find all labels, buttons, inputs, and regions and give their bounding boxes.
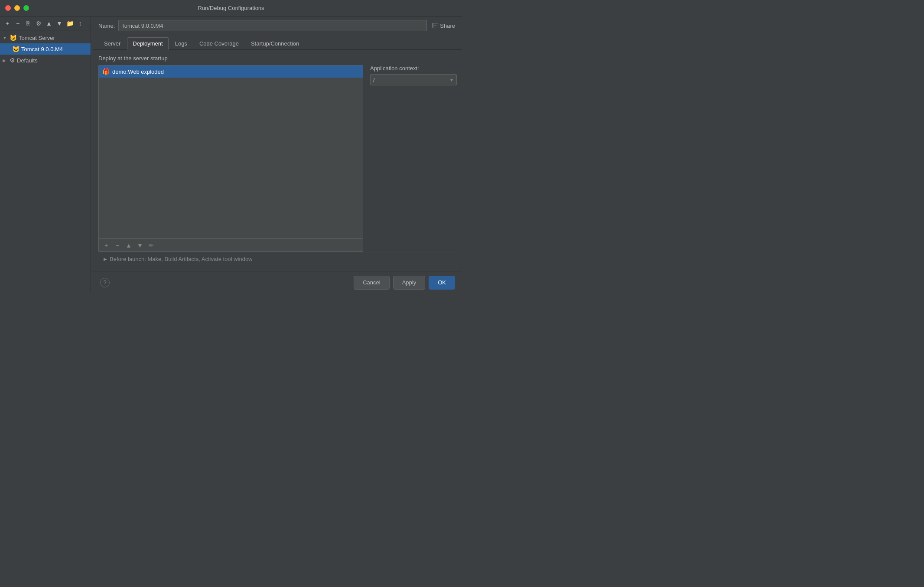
before-launch-section: ▶ Before launch: Make, Build Artifacts, … (98, 252, 457, 266)
deploy-content: 🎁 demo:Web exploded + − (98, 65, 457, 252)
window-title: Run/Debug Configurations (198, 5, 264, 11)
bottom-bar: ? Cancel Apply OK (93, 271, 462, 294)
arrow-down-icon: ▼ (56, 20, 62, 27)
before-launch-header[interactable]: ▶ Before launch: Make, Build Artifacts, … (104, 256, 452, 262)
remove-config-button[interactable]: − (13, 19, 23, 28)
ok-button[interactable]: OK (429, 276, 455, 290)
arrow-down-icon: ▼ (137, 242, 143, 249)
deployment-panel: Deploy at the server startup 🎁 demo:Web … (93, 50, 462, 271)
dropdown-arrow-icon: ▼ (449, 78, 454, 82)
tomcat-config-label: Tomcat 9.0.0.M4 (21, 46, 63, 52)
folder-icon: 📁 (66, 20, 74, 27)
arrow-up-icon: ▲ (46, 20, 52, 27)
maximize-button[interactable] (23, 5, 29, 11)
sort-icon: ↕ (79, 20, 82, 27)
arrow-up-icon: ▲ (126, 242, 132, 249)
app-context-select[interactable]: / ▼ (370, 74, 457, 85)
tabs-bar: Server Deployment Logs Code Coverage Sta… (93, 35, 462, 50)
copy-config-button[interactable]: ⎘ (23, 19, 33, 28)
move-up-config-button[interactable]: ▲ (44, 19, 54, 28)
tab-logs[interactable]: Logs (169, 37, 193, 49)
sidebar-toolbar: + − ⎘ ⚙ ▲ ▼ 📁 (0, 16, 91, 30)
defaults-icon: ⚙ (10, 57, 15, 64)
close-button[interactable] (5, 5, 11, 11)
tab-deployment[interactable]: Deployment (127, 37, 168, 50)
plus-icon: + (104, 242, 108, 249)
name-bar: Name: Share (93, 16, 462, 35)
artifact-list: 🎁 demo:Web exploded (99, 65, 363, 238)
share-icon (432, 23, 438, 28)
tree-item-tomcat-9004[interactable]: 🐱 Tomcat 9.0.0.M4 (0, 43, 91, 55)
copy-icon: ⎘ (26, 20, 30, 27)
name-label: Name: (98, 23, 115, 29)
name-input[interactable] (118, 20, 427, 31)
titlebar-buttons (5, 5, 29, 11)
before-launch-expand-icon: ▶ (104, 257, 107, 261)
settings-config-button[interactable]: ⚙ (34, 19, 43, 28)
expand-arrow-icon: ▼ (3, 36, 8, 40)
move-down-config-button[interactable]: ▼ (55, 19, 64, 28)
artifact-edit-button[interactable]: ✏ (146, 241, 156, 250)
new-folder-button[interactable]: 📁 (65, 19, 75, 28)
artifact-remove-button[interactable]: − (113, 241, 122, 250)
apply-button[interactable]: Apply (393, 276, 426, 290)
tomcat-server-group-label: Tomcat Server (19, 35, 55, 41)
tomcat-config-icon: 🐱 (12, 46, 20, 52)
minimize-button[interactable] (14, 5, 20, 11)
question-mark-icon: ? (103, 279, 106, 286)
bottom-right-buttons: Cancel Apply OK (354, 276, 455, 290)
tab-server[interactable]: Server (98, 37, 126, 49)
main-window: Run/Debug Configurations + − ⎘ ⚙ ▲ (0, 0, 462, 294)
plus-icon: + (6, 20, 9, 27)
expand-arrow-defaults-icon: ▶ (3, 58, 8, 63)
main-content: + − ⎘ ⚙ ▲ ▼ 📁 (0, 16, 462, 294)
tomcat-server-icon: 🐱 (10, 34, 17, 41)
artifact-item-demo-web-exploded[interactable]: 🎁 demo:Web exploded (99, 65, 363, 78)
artifact-add-button[interactable]: + (101, 241, 111, 250)
defaults-label: Defaults (17, 57, 38, 64)
artifact-icon: 🎁 (102, 68, 110, 75)
edit-icon: ✏ (149, 242, 154, 249)
sidebar-tree: ▼ 🐱 Tomcat Server 🐱 Tomcat 9.0.0.M4 ▶ ⚙ … (0, 30, 91, 294)
app-context-value: / (373, 77, 448, 83)
app-context-label: Application context: (370, 65, 457, 72)
tree-group-defaults[interactable]: ▶ ⚙ Defaults (0, 55, 91, 66)
share-label: Share (440, 23, 455, 29)
sidebar: + − ⎘ ⚙ ▲ ▼ 📁 (0, 16, 91, 294)
artifact-move-up-button[interactable]: ▲ (124, 241, 133, 250)
sort-button[interactable]: ↕ (75, 19, 85, 28)
share-button[interactable]: Share (430, 23, 457, 29)
artifact-list-container: 🎁 demo:Web exploded + − (98, 65, 363, 252)
minus-icon: − (116, 242, 119, 249)
before-launch-text: Before launch: Make, Build Artifacts, Ac… (110, 256, 253, 262)
minus-icon: − (16, 20, 20, 27)
tab-startup-connection[interactable]: Startup/Connection (245, 37, 305, 49)
app-context-panel: Application context: / ▼ (370, 65, 457, 252)
titlebar: Run/Debug Configurations (0, 0, 462, 16)
tree-group-tomcat-server[interactable]: ▼ 🐱 Tomcat Server (0, 32, 91, 43)
cancel-button[interactable]: Cancel (354, 276, 389, 290)
gear-icon: ⚙ (36, 20, 42, 27)
add-config-button[interactable]: + (3, 19, 12, 28)
deploy-section-label: Deploy at the server startup (98, 55, 457, 62)
artifact-toolbar: + − ▲ ▼ ✏ (99, 238, 363, 251)
right-panel: Name: Share Server (93, 16, 462, 294)
svg-rect-0 (433, 24, 437, 27)
help-button[interactable]: ? (100, 278, 110, 287)
artifact-label: demo:Web exploded (112, 68, 164, 75)
artifact-move-down-button[interactable]: ▼ (135, 241, 145, 250)
tab-code-coverage[interactable]: Code Coverage (194, 37, 244, 49)
